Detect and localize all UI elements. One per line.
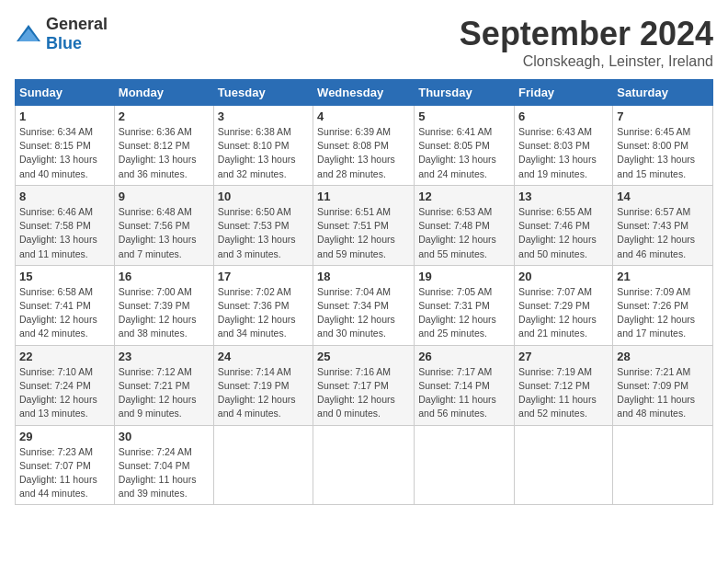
day-info: Sunrise: 7:16 AMSunset: 7:17 PMDaylight:… xyxy=(317,365,410,421)
col-saturday: Saturday xyxy=(613,80,713,106)
calendar-cell xyxy=(213,425,313,505)
calendar-cell: 13 Sunrise: 6:55 AMSunset: 7:46 PMDaylig… xyxy=(515,185,613,265)
day-number: 2 xyxy=(119,109,210,123)
logo: General Blue xyxy=(15,15,108,53)
calendar-cell: 30 Sunrise: 7:24 AMSunset: 7:04 PMDaylig… xyxy=(114,425,213,505)
calendar-table: Sunday Monday Tuesday Wednesday Thursday… xyxy=(15,79,713,505)
day-number: 14 xyxy=(617,190,709,203)
day-info: Sunrise: 7:04 AMSunset: 7:34 PMDaylight:… xyxy=(317,285,410,341)
day-number: 20 xyxy=(518,270,609,283)
header-row: Sunday Monday Tuesday Wednesday Thursday… xyxy=(16,80,713,106)
day-number: 5 xyxy=(418,109,510,123)
day-info: Sunrise: 6:57 AMSunset: 7:43 PMDaylight:… xyxy=(617,205,709,261)
week-row-2: 8 Sunrise: 6:46 AMSunset: 7:58 PMDayligh… xyxy=(16,185,713,265)
calendar-cell: 24 Sunrise: 7:14 AMSunset: 7:19 PMDaylig… xyxy=(213,345,313,425)
day-number: 28 xyxy=(617,350,709,363)
day-number: 23 xyxy=(119,350,210,363)
day-number: 15 xyxy=(19,270,110,283)
day-number: 22 xyxy=(19,350,110,363)
day-info: Sunrise: 6:48 AMSunset: 7:56 PMDaylight:… xyxy=(119,205,210,261)
day-number: 19 xyxy=(418,270,510,283)
calendar-cell xyxy=(613,425,713,505)
col-monday: Monday xyxy=(114,80,213,106)
day-number: 9 xyxy=(119,190,210,203)
day-number: 10 xyxy=(218,190,309,203)
day-info: Sunrise: 6:46 AMSunset: 7:58 PMDaylight:… xyxy=(19,205,110,261)
day-info: Sunrise: 6:41 AMSunset: 8:05 PMDaylight:… xyxy=(418,125,510,181)
col-thursday: Thursday xyxy=(415,80,515,106)
calendar-cell: 29 Sunrise: 7:23 AMSunset: 7:07 PMDaylig… xyxy=(16,425,115,505)
day-number: 11 xyxy=(317,190,410,203)
calendar-cell: 9 Sunrise: 6:48 AMSunset: 7:56 PMDayligh… xyxy=(114,185,213,265)
day-info: Sunrise: 7:00 AMSunset: 7:39 PMDaylight:… xyxy=(119,285,210,341)
calendar-cell: 8 Sunrise: 6:46 AMSunset: 7:58 PMDayligh… xyxy=(16,185,115,265)
day-number: 6 xyxy=(518,109,609,123)
calendar-cell: 4 Sunrise: 6:39 AMSunset: 8:08 PMDayligh… xyxy=(313,106,415,186)
title-area: September 2024 Clonskeagh, Leinster, Ire… xyxy=(460,15,713,70)
day-info: Sunrise: 7:12 AMSunset: 7:21 PMDaylight:… xyxy=(119,365,210,421)
calendar-cell: 21 Sunrise: 7:09 AMSunset: 7:26 PMDaylig… xyxy=(613,265,713,345)
day-number: 1 xyxy=(19,109,110,123)
calendar-cell: 5 Sunrise: 6:41 AMSunset: 8:05 PMDayligh… xyxy=(415,106,515,186)
calendar-cell: 6 Sunrise: 6:43 AMSunset: 8:03 PMDayligh… xyxy=(515,106,613,186)
day-info: Sunrise: 7:19 AMSunset: 7:12 PMDaylight:… xyxy=(518,365,609,421)
calendar-cell: 20 Sunrise: 7:07 AMSunset: 7:29 PMDaylig… xyxy=(515,265,613,345)
day-number: 25 xyxy=(317,350,410,363)
week-row-3: 15 Sunrise: 6:58 AMSunset: 7:41 PMDaylig… xyxy=(16,265,713,345)
day-info: Sunrise: 6:43 AMSunset: 8:03 PMDaylight:… xyxy=(518,125,609,181)
day-number: 29 xyxy=(19,430,110,443)
calendar-cell: 18 Sunrise: 7:04 AMSunset: 7:34 PMDaylig… xyxy=(313,265,415,345)
logo-text: General Blue xyxy=(46,15,108,53)
day-info: Sunrise: 6:45 AMSunset: 8:00 PMDaylight:… xyxy=(617,125,709,181)
day-number: 24 xyxy=(218,350,309,363)
day-info: Sunrise: 6:34 AMSunset: 8:15 PMDaylight:… xyxy=(19,125,110,181)
day-number: 7 xyxy=(617,109,709,123)
day-info: Sunrise: 6:39 AMSunset: 8:08 PMDaylight:… xyxy=(317,125,410,181)
calendar-cell: 26 Sunrise: 7:17 AMSunset: 7:14 PMDaylig… xyxy=(415,345,515,425)
calendar-cell: 1 Sunrise: 6:34 AMSunset: 8:15 PMDayligh… xyxy=(16,106,115,186)
calendar-cell: 11 Sunrise: 6:51 AMSunset: 7:51 PMDaylig… xyxy=(313,185,415,265)
calendar-cell: 12 Sunrise: 6:53 AMSunset: 7:48 PMDaylig… xyxy=(415,185,515,265)
day-number: 26 xyxy=(418,350,510,363)
day-number: 12 xyxy=(418,190,510,203)
day-number: 30 xyxy=(119,430,210,443)
col-sunday: Sunday xyxy=(16,80,115,106)
calendar-cell xyxy=(313,425,415,505)
calendar-cell xyxy=(515,425,613,505)
day-number: 27 xyxy=(518,350,609,363)
week-row-4: 22 Sunrise: 7:10 AMSunset: 7:24 PMDaylig… xyxy=(16,345,713,425)
calendar-cell: 25 Sunrise: 7:16 AMSunset: 7:17 PMDaylig… xyxy=(313,345,415,425)
col-wednesday: Wednesday xyxy=(313,80,415,106)
col-tuesday: Tuesday xyxy=(213,80,313,106)
calendar-cell: 14 Sunrise: 6:57 AMSunset: 7:43 PMDaylig… xyxy=(613,185,713,265)
calendar-cell: 28 Sunrise: 7:21 AMSunset: 7:09 PMDaylig… xyxy=(613,345,713,425)
page-header: General Blue September 2024 Clonskeagh, … xyxy=(15,15,713,70)
calendar-cell xyxy=(415,425,515,505)
day-info: Sunrise: 6:51 AMSunset: 7:51 PMDaylight:… xyxy=(317,205,410,261)
day-info: Sunrise: 7:05 AMSunset: 7:31 PMDaylight:… xyxy=(418,285,510,341)
calendar-cell: 7 Sunrise: 6:45 AMSunset: 8:00 PMDayligh… xyxy=(613,106,713,186)
day-info: Sunrise: 7:23 AMSunset: 7:07 PMDaylight:… xyxy=(19,445,110,501)
day-number: 16 xyxy=(119,270,210,283)
day-info: Sunrise: 7:14 AMSunset: 7:19 PMDaylight:… xyxy=(218,365,309,421)
day-number: 13 xyxy=(518,190,609,203)
calendar-cell: 10 Sunrise: 6:50 AMSunset: 7:53 PMDaylig… xyxy=(213,185,313,265)
day-info: Sunrise: 6:53 AMSunset: 7:48 PMDaylight:… xyxy=(418,205,510,261)
week-row-1: 1 Sunrise: 6:34 AMSunset: 8:15 PMDayligh… xyxy=(16,106,713,186)
calendar-cell: 3 Sunrise: 6:38 AMSunset: 8:10 PMDayligh… xyxy=(213,106,313,186)
day-info: Sunrise: 6:55 AMSunset: 7:46 PMDaylight:… xyxy=(518,205,609,261)
day-info: Sunrise: 6:50 AMSunset: 7:53 PMDaylight:… xyxy=(218,205,309,261)
day-number: 4 xyxy=(317,109,410,123)
day-number: 8 xyxy=(19,190,110,203)
day-number: 18 xyxy=(317,270,410,283)
location-title: Clonskeagh, Leinster, Ireland xyxy=(460,53,713,70)
week-row-5: 29 Sunrise: 7:23 AMSunset: 7:07 PMDaylig… xyxy=(16,425,713,505)
day-number: 21 xyxy=(617,270,709,283)
calendar-cell: 22 Sunrise: 7:10 AMSunset: 7:24 PMDaylig… xyxy=(16,345,115,425)
day-info: Sunrise: 7:02 AMSunset: 7:36 PMDaylight:… xyxy=(218,285,309,341)
day-info: Sunrise: 6:36 AMSunset: 8:12 PMDaylight:… xyxy=(119,125,210,181)
day-info: Sunrise: 7:09 AMSunset: 7:26 PMDaylight:… xyxy=(617,285,709,341)
col-friday: Friday xyxy=(515,80,613,106)
calendar-cell: 2 Sunrise: 6:36 AMSunset: 8:12 PMDayligh… xyxy=(114,106,213,186)
day-info: Sunrise: 6:58 AMSunset: 7:41 PMDaylight:… xyxy=(19,285,110,341)
